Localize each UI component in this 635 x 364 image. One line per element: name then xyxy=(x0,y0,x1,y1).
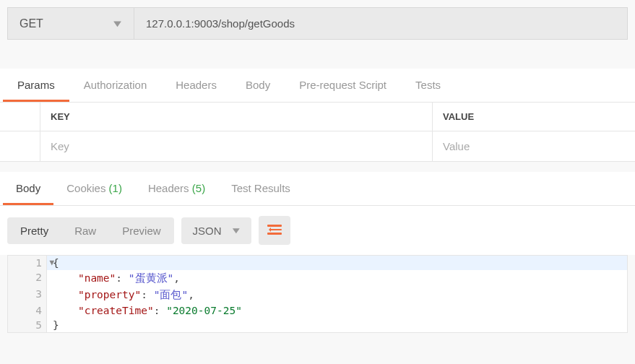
code-line: 4 "createTime": "2020-07-25" xyxy=(8,303,627,318)
code-line: 1▼ { xyxy=(8,256,627,270)
params-value-input[interactable]: Value xyxy=(433,131,635,161)
code-line: 5 } xyxy=(8,318,627,332)
params-gutter xyxy=(0,103,40,131)
response-tabs: Body Cookies (1) Headers (5) Test Result… xyxy=(0,172,635,206)
view-mode-group: Pretty Raw Preview xyxy=(7,217,174,244)
response-body-code[interactable]: 1▼ { 2 "name": "蛋黄派", 3 "property": "面包"… xyxy=(7,255,628,333)
viewer-toolbar: Pretty Raw Preview JSON ▼ xyxy=(0,206,635,255)
rtab-cookies[interactable]: Cookies (1) xyxy=(53,172,135,205)
tab-prerequest[interactable]: Pre-request Script xyxy=(285,69,401,102)
tab-authorization[interactable]: Authorization xyxy=(69,69,162,102)
chevron-down-icon: ▼ xyxy=(230,225,242,235)
rtab-headers[interactable]: Headers (5) xyxy=(135,172,218,205)
request-bar: GET ▼ xyxy=(0,0,635,47)
line-number: 2 xyxy=(8,270,47,287)
wrap-icon xyxy=(267,225,282,236)
params-key-header: KEY xyxy=(40,103,433,131)
request-tabs: Params Authorization Headers Body Pre-re… xyxy=(0,69,635,103)
params-gutter xyxy=(0,131,40,161)
fold-icon[interactable]: ▼ xyxy=(49,258,54,267)
params-table: KEY VALUE Key Value xyxy=(0,103,635,162)
cookies-count: (1) xyxy=(109,182,122,194)
http-method-select[interactable]: GET ▼ xyxy=(7,7,134,40)
view-preview[interactable]: Preview xyxy=(109,217,173,244)
view-raw[interactable]: Raw xyxy=(61,217,109,244)
wrap-toggle[interactable] xyxy=(259,216,290,245)
tab-headers[interactable]: Headers xyxy=(161,69,231,102)
rtab-body[interactable]: Body xyxy=(3,172,53,205)
http-method-value: GET xyxy=(20,17,43,30)
code-line: 2 "name": "蛋黄派", xyxy=(8,270,627,287)
format-value: JSON xyxy=(193,225,222,237)
view-pretty[interactable]: Pretty xyxy=(7,217,61,244)
headers-count: (5) xyxy=(192,182,205,194)
params-header-row: KEY VALUE xyxy=(0,103,635,131)
chevron-down-icon: ▼ xyxy=(111,18,124,29)
tab-tests[interactable]: Tests xyxy=(401,69,455,102)
params-input-row: Key Value xyxy=(0,131,635,162)
tab-body[interactable]: Body xyxy=(231,69,285,102)
code-line: 3 "property": "面包", xyxy=(8,287,627,303)
format-select[interactable]: JSON ▼ xyxy=(181,217,252,244)
url-input[interactable] xyxy=(134,7,628,40)
rtab-test-results[interactable]: Test Results xyxy=(218,172,303,205)
line-number: 3 xyxy=(8,287,47,303)
rtab-headers-label: Headers xyxy=(148,182,189,194)
line-number: 1▼ xyxy=(8,256,47,270)
tab-params[interactable]: Params xyxy=(3,69,69,102)
line-number: 5 xyxy=(8,318,47,332)
rtab-cookies-label: Cookies xyxy=(66,182,105,194)
params-value-header: VALUE xyxy=(433,103,635,131)
line-number: 4 xyxy=(8,303,47,318)
params-key-input[interactable]: Key xyxy=(40,131,433,161)
